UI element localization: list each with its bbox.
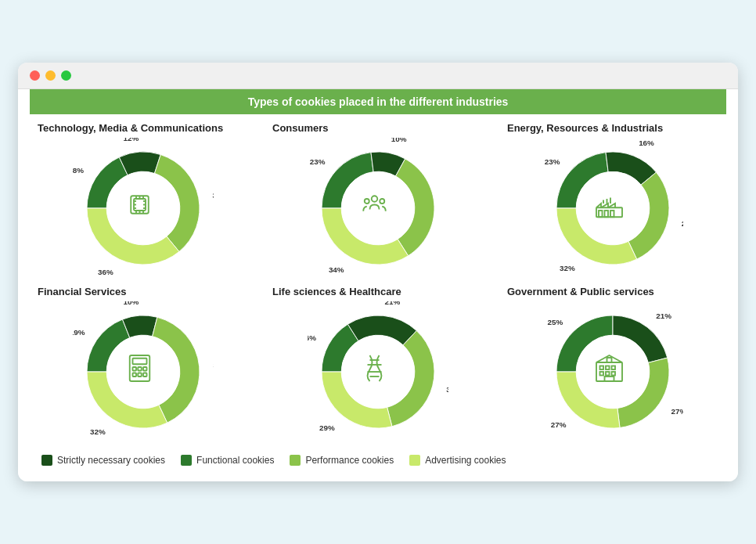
legend-item-3: Advertising cookies <box>409 455 506 466</box>
legend-color-3 <box>409 455 420 466</box>
legend: Strictly necessary cookiesFunctional coo… <box>30 445 726 470</box>
svg-text:10%: 10% <box>124 301 139 306</box>
sector-title-consumers: Consumers <box>265 122 491 134</box>
donut-tech: 18%12%34%36% <box>73 138 214 282</box>
svg-text:18%: 18% <box>73 166 84 175</box>
svg-rect-37 <box>605 211 609 217</box>
donut-financial: 19%10%39%32% <box>73 301 214 445</box>
legend-color-0 <box>41 455 52 466</box>
sector-tech: Technology, Media & Communications18%12%… <box>30 122 257 282</box>
svg-rect-54 <box>138 373 142 377</box>
legend-item-1: Functional cookies <box>181 455 274 466</box>
svg-text:34%: 34% <box>446 385 448 394</box>
sector-lifesciences: Life sciences & Healthcare16%21%34%29% <box>265 286 491 445</box>
svg-text:29%: 29% <box>319 423 335 432</box>
svg-text:12%: 12% <box>124 138 139 142</box>
svg-rect-52 <box>143 367 147 371</box>
svg-rect-38 <box>610 211 614 217</box>
legend-label-0: Strictly necessary cookies <box>57 455 165 466</box>
svg-rect-76 <box>600 372 604 376</box>
legend-item-2: Performance cookies <box>290 455 394 466</box>
svg-rect-51 <box>138 367 142 371</box>
svg-rect-79 <box>605 376 614 381</box>
svg-text:36%: 36% <box>98 268 113 276</box>
donut-energy: 23%16%29%32% <box>542 138 683 282</box>
svg-text:34%: 34% <box>212 191 214 200</box>
title-bar <box>18 63 738 89</box>
close-button[interactable] <box>30 70 40 81</box>
svg-text:23%: 23% <box>310 157 326 166</box>
svg-rect-80 <box>607 358 612 362</box>
minimize-button[interactable] <box>45 70 56 81</box>
svg-text:32%: 32% <box>90 427 106 436</box>
legend-color-2 <box>290 455 301 466</box>
sector-title-energy: Energy, Resources & Industrials <box>499 122 726 134</box>
svg-text:32%: 32% <box>560 264 575 272</box>
svg-point-28 <box>380 199 384 204</box>
svg-point-26 <box>372 196 378 202</box>
svg-rect-50 <box>133 367 137 371</box>
svg-text:19%: 19% <box>73 328 85 337</box>
svg-rect-74 <box>606 366 610 370</box>
legend-label-3: Advertising cookies <box>425 455 506 466</box>
legend-item-0: Strictly necessary cookies <box>41 455 165 466</box>
chart-area: Types of cookies placed in the different… <box>18 89 738 481</box>
sector-title-government: Government & Public services <box>499 286 726 297</box>
svg-text:25%: 25% <box>548 318 563 326</box>
svg-text:34%: 34% <box>329 265 344 274</box>
svg-rect-53 <box>133 373 137 377</box>
sector-financial: Financial Services19%10%39%32% <box>30 286 257 445</box>
svg-text:16%: 16% <box>639 139 654 147</box>
donut-lifesciences: 16%21%34%29% <box>308 301 448 445</box>
legend-color-1 <box>181 455 192 466</box>
chart-title: Types of cookies placed in the different… <box>30 89 726 114</box>
donut-government: 25%21%27%27% <box>542 301 683 445</box>
svg-text:23%: 23% <box>545 157 560 166</box>
svg-text:27%: 27% <box>671 407 683 416</box>
svg-text:16%: 16% <box>308 333 316 342</box>
legend-label-1: Functional cookies <box>196 455 274 466</box>
sector-consumers: Consumers23%10%33%34% <box>265 122 491 282</box>
svg-text:21%: 21% <box>384 301 400 306</box>
svg-rect-55 <box>143 373 147 377</box>
sector-title-tech: Technology, Media & Communications <box>30 122 257 134</box>
sector-title-financial: Financial Services <box>30 286 257 297</box>
svg-rect-75 <box>612 366 616 370</box>
svg-rect-73 <box>600 366 604 370</box>
svg-text:29%: 29% <box>682 219 683 228</box>
chart-grid: Technology, Media & Communications18%12%… <box>30 122 726 445</box>
svg-point-27 <box>365 199 369 204</box>
legend-label-2: Performance cookies <box>305 455 394 466</box>
sector-title-lifesciences: Life sciences & Healthcare <box>265 286 491 297</box>
svg-rect-35 <box>596 207 622 217</box>
svg-text:27%: 27% <box>551 420 567 429</box>
svg-rect-77 <box>606 372 610 376</box>
donut-consumers: 23%10%33%34% <box>308 138 448 282</box>
svg-rect-49 <box>133 358 147 365</box>
sector-government: Government & Public services25%21%27%27% <box>499 286 726 445</box>
maximize-button[interactable] <box>61 70 71 81</box>
sector-energy: Energy, Resources & Industrials23%16%29%… <box>499 122 726 282</box>
app-window: Types of cookies placed in the different… <box>18 63 738 481</box>
svg-text:21%: 21% <box>656 312 671 320</box>
svg-text:10%: 10% <box>391 138 407 143</box>
svg-rect-78 <box>612 372 616 376</box>
svg-rect-36 <box>599 211 603 217</box>
